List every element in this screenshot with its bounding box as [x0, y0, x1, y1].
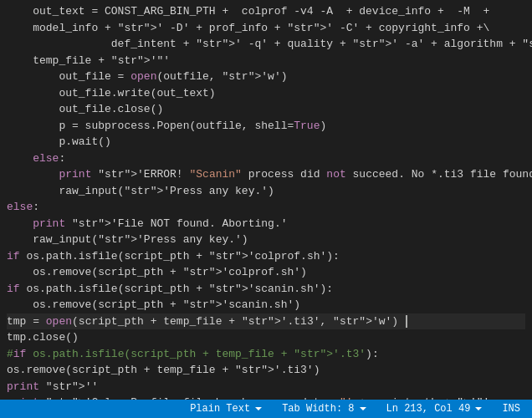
position-label: Ln 213, Col 49 [386, 403, 471, 415]
language-dropdown-icon [255, 407, 262, 410]
code-line: print "str">'' [7, 379, 525, 395]
code-line: if os.path.isfile(script_pth + "str">'co… [7, 248, 525, 265]
tab-width-selector[interactable]: Tab Width: 8 [279, 400, 369, 418]
tab-width-label: Tab Width: 8 [282, 403, 354, 415]
code-line: def_intent + "str">' -q' + quality + "st… [7, 36, 525, 53]
language-selector[interactable]: Plain Text [187, 400, 265, 418]
code-line: model_info + "str">' -D' + prof_info + "… [7, 20, 525, 37]
code-line: print "str">'ERROR! "Scanin" process did… [7, 166, 525, 183]
code-line: tmp = open(script_pth + temp_file + "str… [7, 314, 525, 330]
code-line: tmp.close() [7, 329, 525, 346]
code-line: out_file.close() [7, 101, 525, 118]
code-line: os.remove(script_pth + "str">'colprof.sh… [7, 264, 525, 281]
code-line: #if os.path.isfile(script_pth + temp_fil… [7, 346, 525, 363]
status-bar: Plain Text Tab Width: 8 Ln 213, Col 49 I… [0, 400, 532, 418]
code-line: p.wait() [7, 134, 525, 150]
code-line: print "str">'Color Profile file has been… [7, 395, 525, 400]
code-line: temp_file + "str">'"' [7, 53, 525, 69]
position-dropdown-icon [475, 407, 482, 410]
code-line: out_text = CONST_ARG_BIN_PTH + colprof -… [7, 3, 525, 20]
code-editor[interactable]: out_text = CONST_ARG_BIN_PTH + colprof -… [0, 0, 532, 400]
code-line: os.remove(script_pth + temp_file + "str"… [7, 362, 525, 379]
code-line: raw_input("str">'Press any key.') [7, 183, 525, 200]
code-line: out_file.write(out_text) [7, 85, 525, 102]
code-line: raw_input("str">'Press any key.') [7, 232, 525, 248]
code-line: out_file = open(outfile, "str">'w') [7, 69, 525, 85]
code-line: if os.path.isfile(script_pth + "str">'sc… [7, 281, 525, 298]
tab-width-dropdown-icon [360, 407, 366, 410]
code-content: out_text = CONST_ARG_BIN_PTH + colprof -… [0, 3, 532, 400]
encoding-label: INS [502, 403, 520, 415]
code-line: os.remove(script_pth + "str">'scanin.sh'… [7, 297, 525, 314]
language-label: Plain Text [190, 403, 250, 415]
code-line: print "str">'File NOT found. Aborting.' [7, 216, 525, 232]
cursor-position[interactable]: Ln 213, Col 49 [383, 400, 486, 418]
code-line: p = subprocess.Popen(outfile, shell=True… [7, 118, 525, 135]
code-line: else: [7, 199, 525, 216]
code-line: else: [7, 150, 525, 167]
encoding-indicator[interactable]: INS [499, 400, 524, 418]
